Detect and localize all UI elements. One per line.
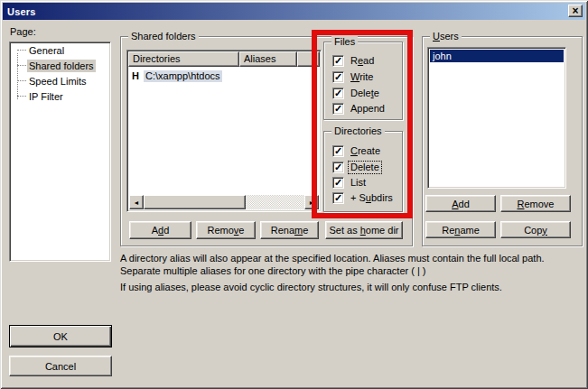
column-header-filler	[297, 51, 320, 67]
checkbox-create-label: Create	[349, 145, 382, 157]
checkbox-create[interactable]: ✓ Create	[332, 144, 382, 158]
checkbox-icon: ✓	[332, 71, 344, 83]
checkbox-icon: ✓	[332, 162, 344, 173]
checkbox-delete-dir-label: Delete	[349, 162, 381, 173]
users-dialog: Users × Page: General Shared folders Spe…	[0, 0, 588, 389]
scrollbar-thumb[interactable]	[144, 195, 246, 209]
remove-user-button[interactable]: Remove	[500, 195, 571, 212]
checkbox-list[interactable]: ✓ List	[332, 176, 368, 190]
checkbox-delete-file[interactable]: ✓ Delete	[332, 87, 381, 100]
listview-header: Directories Aliases	[128, 51, 320, 67]
directories-listview[interactable]: Directories Aliases H C:\xampp\htdocs ◄ …	[126, 50, 322, 212]
checkbox-list-label: List	[349, 177, 368, 189]
checkbox-icon: ✓	[332, 88, 344, 99]
cyclic-note: If using aliases, please avoid cyclic di…	[120, 281, 583, 293]
tree-item-general[interactable]: General	[27, 42, 110, 58]
copy-user-button[interactable]: Copy	[500, 221, 571, 238]
users-listbox[interactable]: john	[427, 47, 566, 189]
checkbox-read[interactable]: ✓ Read	[332, 54, 376, 68]
scrollbar-track[interactable]	[246, 195, 304, 209]
remove-folder-button[interactable]: Remove	[196, 221, 256, 239]
cancel-button[interactable]: Cancel	[9, 356, 112, 376]
alias-note: A directory alias will also appear at th…	[120, 252, 583, 277]
checkbox-icon: ✓	[332, 177, 344, 189]
tree-item-ip-filter[interactable]: IP Filter	[27, 88, 110, 104]
ok-button[interactable]: OK	[9, 325, 112, 347]
page-label: Page:	[10, 26, 36, 37]
scroll-left-button[interactable]: ◄	[129, 195, 144, 209]
rename-user-button[interactable]: Rename	[425, 221, 496, 238]
tree-connector-line	[17, 80, 26, 81]
close-button[interactable]: ×	[568, 5, 583, 17]
column-header-directories[interactable]: Directories	[128, 51, 239, 67]
directory-row[interactable]: H C:\xampp\htdocs	[130, 69, 318, 82]
users-group-label: Users	[430, 31, 462, 42]
checkbox-subdirs[interactable]: ✓ + Subdirs	[332, 191, 395, 205]
checkbox-append[interactable]: ✓ Append	[332, 102, 387, 116]
rename-folder-button[interactable]: Rename	[260, 221, 319, 239]
horizontal-scrollbar[interactable]: ◄ ►	[129, 195, 319, 209]
user-name: john	[433, 51, 452, 61]
directories-group: Directories ✓ Create ✓ Delete ✓ List ✓ +…	[323, 131, 403, 212]
tree-item-speed-limits[interactable]: Speed Limits	[27, 73, 110, 88]
directories-group-label: Directories	[331, 125, 385, 137]
page-tree[interactable]: General Shared folders Speed Limits IP F…	[9, 42, 111, 262]
window-title: Users	[7, 6, 36, 17]
column-header-aliases[interactable]: Aliases	[239, 51, 297, 67]
shared-folders-group-label: Shared folders	[128, 31, 199, 42]
checkbox-delete-dir[interactable]: ✓ Delete	[332, 161, 381, 174]
tree-connector-line	[17, 50, 26, 51]
scroll-right-icon: ►	[309, 199, 315, 206]
tree-connector-line	[17, 65, 26, 66]
directory-path: C:\xampp\htdocs	[144, 70, 222, 82]
home-flag: H	[130, 70, 144, 81]
tree-item-shared-folders[interactable]: Shared folders	[27, 58, 110, 73]
title-bar[interactable]: Users ×	[3, 3, 585, 20]
checkbox-icon: ✓	[332, 55, 344, 67]
tree-connector-line	[17, 96, 26, 97]
checkbox-write[interactable]: ✓ Write	[332, 70, 375, 84]
scroll-right-button[interactable]: ►	[304, 195, 319, 209]
checkbox-subdirs-label: + Subdirs	[349, 192, 395, 204]
add-folder-button[interactable]: Add	[129, 221, 191, 239]
checkbox-icon: ✓	[332, 103, 344, 115]
tree-vertical-line	[17, 53, 18, 99]
checkbox-icon: ✓	[332, 192, 344, 204]
checkbox-delete-file-label: Delete	[349, 88, 381, 99]
checkbox-read-label: Read	[349, 55, 376, 67]
add-user-button[interactable]: Add	[425, 195, 496, 212]
set-as-home-dir-button[interactable]: Set as home dir	[325, 221, 403, 239]
checkbox-append-label: Append	[349, 103, 387, 115]
scroll-left-icon: ◄	[134, 199, 140, 206]
close-icon: ×	[572, 6, 578, 15]
files-group: Files ✓ Read ✓ Write ✓ Delete ✓ Append	[323, 42, 403, 120]
files-group-label: Files	[331, 36, 358, 48]
checkbox-write-label: Write	[349, 71, 375, 83]
user-list-item[interactable]: john	[430, 50, 564, 62]
checkbox-icon: ✓	[332, 145, 344, 157]
